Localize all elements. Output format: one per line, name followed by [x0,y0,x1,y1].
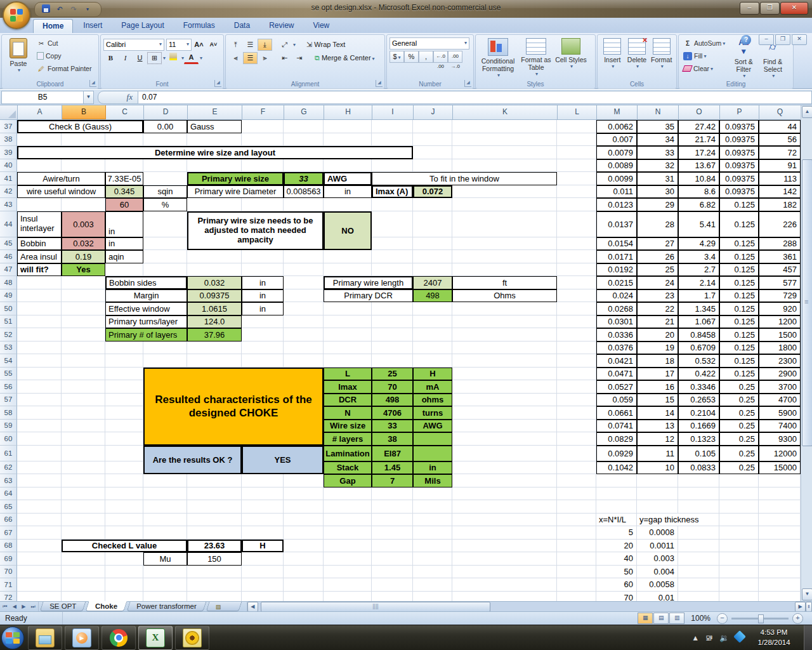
cell-O47[interactable]: 2.7 [678,263,719,277]
cell-F61[interactable]: YES [242,446,324,475]
cell-N66[interactable]: y=gap thickness [637,514,719,527]
cell-L37[interactable] [557,120,596,133]
taskbar-file-explorer[interactable] [28,626,62,650]
cell-A45[interactable]: Bobbin [17,237,62,251]
font-size-combo[interactable]: 11▾ [166,39,192,51]
cell-N51[interactable]: 21 [637,315,678,329]
cell-E43[interactable] [187,198,242,211]
cell-E52[interactable]: 37.96 [187,328,242,342]
cell-A46[interactable]: Area insul [17,250,62,263]
cell-L38[interactable] [557,133,596,147]
cell-A47[interactable]: will fit? [17,263,62,277]
cell-N65[interactable] [637,500,678,514]
cell-M43[interactable]: 0.0123 [596,198,637,211]
cell-A49[interactable] [17,289,62,303]
cell-K43[interactable] [452,198,557,211]
cell-B50[interactable] [62,302,105,315]
cell-O61[interactable]: 0.105 [678,446,719,461]
show-desktop-button[interactable] [804,625,812,650]
cell-H58[interactable]: N [324,406,372,420]
cell-O49[interactable]: 1.7 [678,289,719,303]
cell-Q40[interactable]: 91 [759,159,801,173]
wrap-text-button[interactable]: ⇲ Wrap Text [304,39,347,51]
cell-P43[interactable]: 0.125 [719,198,759,211]
cell-O63[interactable] [678,474,719,488]
cell-F52[interactable] [242,328,284,342]
cell-C52[interactable]: Primary # of layers [105,328,187,342]
cell-P49[interactable]: 0.125 [719,289,759,303]
cell-D67[interactable] [143,526,187,540]
cell-N52[interactable]: 20 [637,328,678,342]
cell-K53[interactable] [452,342,557,355]
cell-J62[interactable]: in [413,461,452,475]
cell-J61[interactable] [413,446,452,461]
cell-O69[interactable] [678,552,719,566]
cell-L70[interactable] [557,566,596,579]
cell-G38[interactable] [284,133,324,147]
col-header-C[interactable]: C [106,105,144,119]
cell-N38[interactable]: 34 [637,133,678,147]
cell-C63[interactable] [105,474,143,488]
cell-J45[interactable] [413,237,452,251]
cell-I45[interactable] [372,237,413,251]
cell-F49[interactable]: in [242,289,284,303]
align-bottom-icon[interactable]: ⤓ [258,39,272,51]
cell-L52[interactable] [557,328,596,342]
cell-H40[interactable] [324,159,372,173]
cell-I66[interactable] [372,514,413,527]
cell-C45[interactable]: in [105,237,143,251]
copy-button[interactable]: Copy [35,50,91,62]
cell-P39[interactable]: 0.09375 [719,146,759,159]
cell-H44[interactable]: NO [324,211,372,251]
cell-A59[interactable] [17,420,62,433]
cell-D55[interactable]: Resulted characteristics of the designed… [143,368,324,446]
cell-D66[interactable] [143,514,187,527]
cell-M41[interactable]: 0.0099 [596,172,637,185]
merge-center-button[interactable]: ⧉ Merge & Center▾ [313,52,377,64]
align-center-icon[interactable]: ☰ [243,52,258,64]
underline-button[interactable]: U [133,52,147,64]
row-header-42[interactable]: 42 [0,185,17,199]
cell-A55[interactable] [17,368,62,381]
cell-A57[interactable] [17,394,62,407]
cell-K47[interactable] [452,263,557,277]
cell-J43[interactable] [413,198,452,211]
cell-D43[interactable]: % [143,198,187,211]
cell-B47[interactable]: Yes [62,263,105,277]
tab-scroll-buttons[interactable]: ⏮ ◀ ▶ ⏭ [0,602,39,611]
cell-B46[interactable]: 0.19 [62,250,105,263]
conditional-formatting-button[interactable]: Conditional Formatting▾ [478,37,518,79]
row-header-65[interactable]: 65 [0,500,17,514]
cell-I50[interactable] [372,302,413,315]
cell-Q63[interactable] [759,474,801,488]
cell-Q57[interactable]: 4700 [759,394,801,407]
tab-page-layout[interactable]: Page Layout [112,19,173,33]
cell-P67[interactable] [719,526,759,540]
font-color-button[interactable]: A [184,53,199,64]
decrease-indent-icon[interactable]: ⇤ [277,52,292,64]
cell-D65[interactable] [143,500,187,514]
cell-C50[interactable]: Effective window [105,302,187,315]
help-icon[interactable]: ? [741,35,751,45]
col-header-D[interactable]: D [144,105,188,119]
cell-E54[interactable] [187,354,242,368]
cell-K49[interactable]: Ohms [452,289,557,303]
cell-I67[interactable] [372,526,413,540]
cell-P46[interactable]: 0.125 [719,250,759,263]
cell-A42[interactable]: wire useful window [17,185,105,199]
cell-Q53[interactable]: 1800 [759,342,801,355]
cell-I60[interactable]: 38 [372,432,413,446]
cell-J58[interactable]: turns [413,406,452,420]
cell-I63[interactable]: 7 [372,474,413,488]
cell-D53[interactable] [143,342,187,355]
cell-B71[interactable] [62,578,105,592]
show-hidden-icons[interactable]: ▲ [691,633,699,642]
cell-C38[interactable] [105,133,143,147]
cell-L71[interactable] [557,578,596,592]
cell-C58[interactable] [105,406,143,420]
cell-G69[interactable] [284,552,324,566]
cell-M71[interactable]: 60 [596,578,637,592]
cell-G37[interactable] [284,120,324,133]
row-header-57[interactable]: 57 [0,394,17,407]
cell-N46[interactable]: 26 [637,250,678,263]
